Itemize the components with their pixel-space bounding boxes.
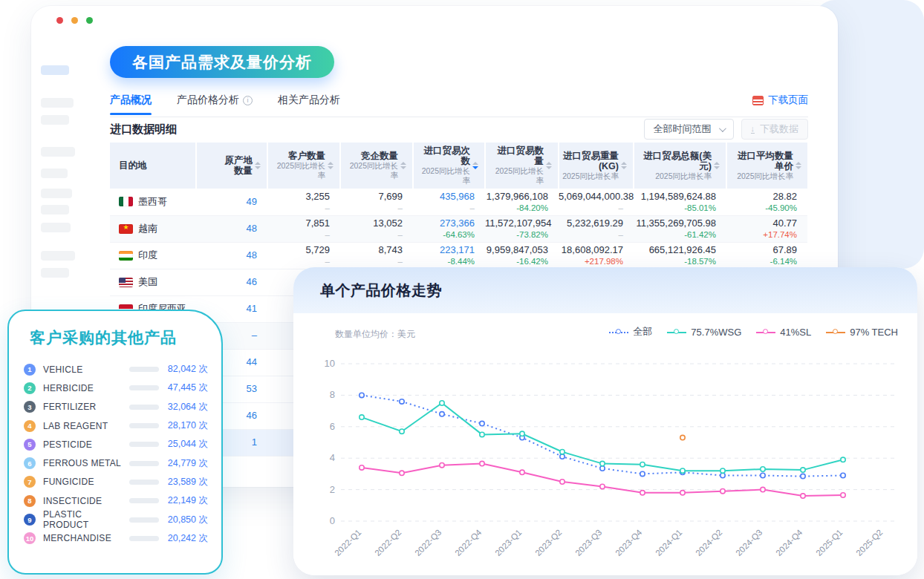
- cell-value[interactable]: 273,366: [413, 217, 485, 229]
- download-data-button[interactable]: ↓ 下载数据: [741, 119, 809, 140]
- list-item: 9PLASTIC PRODUCT20,850 次: [24, 510, 208, 529]
- purchase-count: 82,042 次: [159, 363, 208, 376]
- sort-icon[interactable]: [714, 162, 720, 169]
- table-row[interactable]: 越南487,851–13,052–273,366-64.63%11,572,10…: [110, 215, 807, 242]
- data-point: [600, 484, 605, 488]
- column-header-wrap: 进口平均数量单价2025同比增长率: [727, 151, 807, 181]
- column-subtitle: 2025同比增长率: [730, 171, 793, 181]
- mini-progress-bar: [129, 480, 159, 485]
- skeleton-bar: [41, 251, 75, 261]
- table-header-row: 目的地原产地数量客户数量2025同比增长率竞企数量2025同比增长率进口贸易次数…: [110, 143, 807, 189]
- legend-item[interactable]: 75.7%WSG: [667, 327, 741, 338]
- data-point: [640, 491, 645, 495]
- column-header-wrap: 目的地: [110, 160, 195, 171]
- cell-value: 67.89: [726, 244, 807, 256]
- destination-cell: 美国: [110, 269, 196, 295]
- sort-up-caret: [328, 162, 334, 165]
- rank-badge: 8: [24, 495, 36, 507]
- tab-3[interactable]: 相关产品分析: [278, 94, 340, 114]
- table-row[interactable]: 墨西哥493,255–7,699–435,968–1,379,966,108-8…: [110, 189, 807, 215]
- purchase-count: 22,149 次: [159, 494, 208, 507]
- product-name: FERROUS METAL: [43, 458, 121, 468]
- data-point: [761, 473, 765, 477]
- data-point: [720, 489, 725, 494]
- mini-progress-bar: [129, 517, 159, 523]
- column-header: 进口贸易数量2025同比增长率: [485, 143, 559, 189]
- origin-count[interactable]: 46: [196, 276, 267, 288]
- table-row[interactable]: 印度485,729–8,743–223,171-8.44%9,959,847,0…: [110, 242, 807, 269]
- download-page-button[interactable]: 下载页面: [752, 94, 808, 107]
- list-item: 4LAB REAGENT28,170 次: [24, 416, 208, 435]
- sort-icon[interactable]: [546, 162, 552, 169]
- data-point: [761, 467, 765, 471]
- tab-2[interactable]: 产品价格分析i: [177, 94, 253, 114]
- sort-icon[interactable]: [328, 162, 334, 169]
- legend-marker: [609, 329, 628, 336]
- maximize-window-icon[interactable]: [86, 17, 93, 24]
- data-cell: 7,851–: [267, 215, 340, 242]
- tab-label: 相关产品分析: [278, 94, 340, 107]
- sort-icon[interactable]: [400, 162, 406, 169]
- mini-progress-bar: [129, 442, 159, 447]
- column-header-lines: 进口贸易次数2025同比增长率: [417, 145, 470, 186]
- x-tick-label: 2023-Q4: [614, 528, 644, 558]
- skeleton-bar: [41, 268, 69, 278]
- sort-down-caret: [546, 166, 552, 169]
- column-title-2: 数量: [225, 166, 253, 176]
- rank-badge: 9: [24, 514, 36, 526]
- yoy-change: -6.14%: [726, 256, 807, 266]
- origin-count[interactable]: 41: [196, 303, 267, 315]
- destination: 越南: [110, 222, 196, 235]
- data-point: [801, 468, 805, 472]
- origin-count-cell: 48: [196, 215, 267, 242]
- close-window-icon[interactable]: [56, 17, 63, 24]
- mx-flag-icon: [119, 197, 133, 206]
- destination: 印度: [110, 249, 196, 262]
- x-tick-label: 2024-Q1: [654, 528, 683, 557]
- sort-icon[interactable]: [621, 162, 627, 169]
- rank-badge: 7: [24, 476, 36, 488]
- origin-count[interactable]: 48: [196, 223, 267, 235]
- x-tick-label: 2022-Q4: [453, 528, 484, 558]
- origin-count[interactable]: 48: [196, 249, 267, 261]
- sort-icon[interactable]: [472, 162, 478, 169]
- cell-value[interactable]: 435,968: [413, 191, 485, 203]
- legend-item[interactable]: 97% TECH: [826, 327, 898, 338]
- sort-up-caret: [472, 162, 478, 165]
- column-header-lines: 原产地数量: [225, 155, 253, 176]
- mini-progress-bar: [129, 461, 159, 466]
- country-name: 美国: [138, 275, 157, 289]
- column-header-wrap: 原产地数量: [197, 155, 267, 176]
- download-icon: ↓: [751, 125, 755, 134]
- x-tick-label: 2024-Q3: [734, 528, 764, 557]
- x-tick-label: 2024-Q4: [774, 528, 804, 558]
- data-point: [359, 465, 364, 470]
- data-point: [720, 468, 725, 473]
- column-subtitle: 2025同比增长率: [562, 171, 619, 181]
- data-point: [480, 421, 484, 425]
- x-tick-label: 2023-Q1: [493, 528, 523, 557]
- panel-body: 数量单位均价：美元 全部75.7%WSG41%SL97% TECH 024681…: [293, 313, 917, 575]
- sort-down-caret: [621, 166, 627, 169]
- cell-value[interactable]: 223,171: [413, 244, 485, 256]
- list-item: 7FUNGICIDE23,589 次: [24, 473, 208, 491]
- skeleton-bar: [41, 115, 69, 125]
- data-cell: 13,052–: [340, 215, 413, 242]
- column-header-wrap: 竞企数量2025同比增长率: [341, 151, 412, 180]
- time-range-select[interactable]: 全部时间范围: [644, 119, 734, 140]
- legend-item[interactable]: 41%SL: [756, 327, 811, 338]
- tab-1[interactable]: 产品概况: [110, 94, 152, 114]
- legend-item[interactable]: 全部: [609, 325, 652, 338]
- origin-count[interactable]: 49: [196, 196, 267, 208]
- sort-icon[interactable]: [255, 162, 261, 169]
- data-point: [680, 468, 685, 473]
- purchase-count: 47,445 次: [159, 382, 208, 394]
- sort-icon[interactable]: [796, 162, 801, 169]
- tab-label: 产品价格分析: [177, 94, 239, 107]
- data-point: [640, 462, 645, 467]
- country-name: 越南: [138, 222, 157, 235]
- yoy-change: -8.44%: [413, 256, 485, 266]
- column-header-wrap: 进口贸易重量(KG)2025同比增长率: [559, 151, 633, 181]
- data-cell: 67.89-6.14%: [726, 242, 807, 269]
- minimize-window-icon[interactable]: [71, 17, 78, 24]
